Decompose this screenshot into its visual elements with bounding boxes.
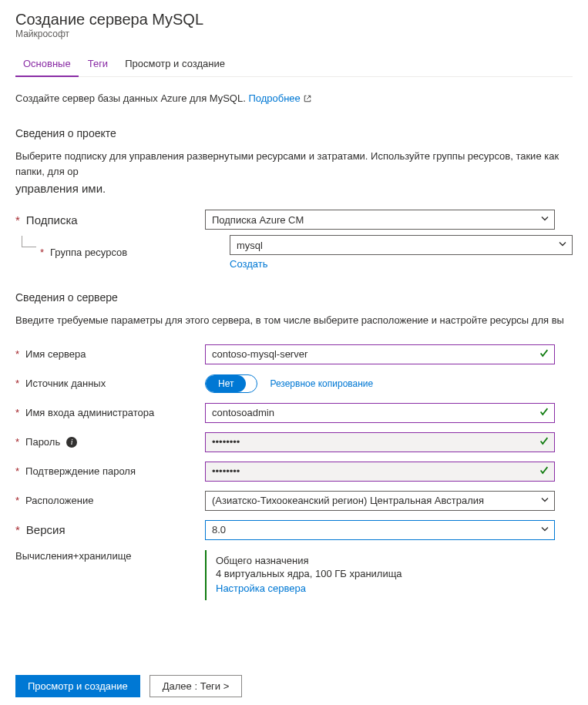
source-option-backup[interactable]: Резервное копирование [270, 378, 373, 389]
subscription-label: *Подписка [15, 213, 205, 227]
subscription-select[interactable]: Подписка Azure CM [205, 210, 555, 230]
resource-group-value: mysql [237, 240, 263, 251]
subscription-value: Подписка Azure CM [212, 214, 304, 226]
version-select[interactable]: 8.0 [205, 520, 555, 540]
chevron-down-icon [540, 524, 549, 535]
chevron-down-icon [558, 240, 567, 251]
publisher-label: Майкрософт [15, 29, 573, 39]
compute-tier: Общего назначения [216, 555, 555, 566]
version-label: *Версия [15, 523, 205, 536]
server-heading: Сведения о сервере [15, 291, 573, 304]
server-name-input[interactable]: contoso-mysql-server [205, 344, 555, 364]
tab-review[interactable]: Просмотр и создание [117, 53, 233, 77]
chevron-down-icon [540, 495, 549, 506]
tab-bar: Основные Теги Просмотр и создание [15, 53, 573, 77]
resource-group-select[interactable]: mysql [230, 235, 573, 255]
tab-tags[interactable]: Теги [80, 53, 116, 77]
version-value: 8.0 [212, 524, 226, 535]
project-heading: Сведения о проекте [15, 127, 573, 139]
data-source-label: *Источник данных [15, 378, 205, 389]
create-new-link[interactable]: Создать [230, 258, 267, 270]
location-label: *Расположение [15, 495, 205, 506]
configure-server-link[interactable]: Настройка сервера [216, 582, 306, 594]
location-select[interactable]: (Азиатско-Тихоокеанский регион) Централь… [205, 491, 555, 511]
admin-login-value: contosoadmin [212, 407, 274, 418]
source-option-none[interactable]: Нет [206, 375, 246, 392]
server-name-value: contoso-mysql-server [212, 348, 307, 360]
check-icon [539, 465, 549, 478]
check-icon [539, 347, 549, 361]
intro-text: Создайте сервер базы данных Azure для My… [15, 92, 573, 106]
external-link-icon [303, 94, 312, 106]
confirm-password-value: •••••••• [212, 465, 240, 477]
compute-spec: 4 виртуальных ядра, 100 ГБ хранилища [216, 568, 555, 579]
server-name-label: *Имя сервера [15, 348, 205, 360]
password-label: *Пароль i [15, 436, 205, 448]
project-help-1: Выберите подписку для управления разверн… [15, 149, 573, 179]
source-option-spacer [246, 375, 257, 392]
learn-more-link[interactable]: Подробнее [248, 92, 300, 104]
chevron-down-icon [540, 214, 549, 226]
confirm-password-input[interactable]: •••••••• [205, 462, 555, 482]
check-icon [539, 435, 549, 448]
location-value: (Азиатско-Тихоокеанский регион) Централь… [212, 495, 484, 506]
info-icon[interactable]: i [66, 437, 77, 448]
server-help: Введите требуемые параметры для этого се… [15, 313, 573, 328]
admin-login-label: *Имя входа администратора [15, 407, 205, 418]
intro-body: Создайте сервер базы данных Azure для My… [15, 92, 248, 104]
password-input[interactable]: •••••••• [205, 432, 555, 452]
admin-login-input[interactable]: contosoadmin [205, 403, 555, 423]
compute-storage-summary: Общего назначения 4 виртуальных ядра, 10… [205, 550, 555, 600]
page-title: Создание сервера MySQL [15, 11, 573, 29]
password-value: •••••••• [212, 436, 240, 448]
check-icon [539, 406, 549, 419]
tab-basics[interactable]: Основные [15, 53, 79, 77]
compute-storage-label: Вычисления+хранилище [15, 550, 205, 562]
confirm-password-label: *Подтверждение пароля [15, 465, 205, 477]
data-source-toggle[interactable]: Нет [205, 374, 257, 393]
resource-group-label: *Группа ресурсов [40, 247, 230, 258]
project-help-2: управления ими. [15, 182, 573, 195]
